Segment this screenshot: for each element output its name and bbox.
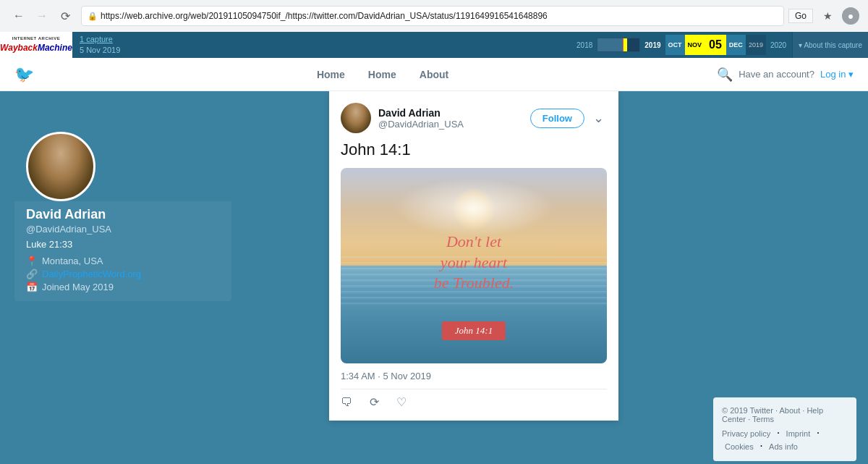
footer-links-row2: Privacy policy · Imprint · Cookies · Ads… bbox=[722, 426, 848, 452]
location-text: Montana, USA bbox=[42, 256, 103, 266]
log-in-link[interactable]: Log in ▾ bbox=[820, 69, 854, 80]
about-capture-btn[interactable]: ▾ About this capture bbox=[792, 32, 868, 58]
dec-label: DEC bbox=[726, 35, 746, 55]
search-icon-nav[interactable]: 🔍 bbox=[717, 67, 733, 83]
follow-button[interactable]: Follow bbox=[530, 109, 584, 128]
tweet-author-avatar bbox=[341, 103, 371, 133]
img-text: Don't let your heart be Troubled. bbox=[434, 232, 514, 294]
bar-fill bbox=[597, 38, 623, 51]
ads-info-link[interactable]: Ads info bbox=[769, 442, 798, 451]
forward-button[interactable]: → bbox=[32, 6, 52, 26]
footer-separator6: · bbox=[760, 439, 766, 452]
profile-bio: Luke 21:33 bbox=[26, 239, 220, 250]
tweet-timestamp: 1:34 AM · 5 Nov 2019 bbox=[341, 371, 607, 381]
copyright-text: © 2019 Twitter bbox=[722, 406, 773, 415]
back-button[interactable]: ← bbox=[9, 6, 29, 26]
wayback-timeline: 2018 2019 OCT NOV 05 DEC 2019 2020 bbox=[571, 35, 792, 55]
bar-highlight bbox=[624, 38, 627, 51]
img-clouds bbox=[394, 178, 554, 237]
capture-link[interactable]: 1 capture bbox=[80, 35, 113, 43]
year-2020: 2020 bbox=[770, 41, 786, 49]
website-link[interactable]: DailyPropheticWord.org bbox=[42, 269, 141, 279]
capture-date: 5 Nov 2019 bbox=[80, 46, 120, 54]
year-badge: 2019 bbox=[746, 35, 766, 55]
tweet-header-actions: Follow ⌄ bbox=[530, 109, 607, 128]
profile-section: David Adrian @DavidAdrian_USA Luke 21:33… bbox=[14, 201, 231, 301]
twitter-bird-logo: 🐦 bbox=[14, 65, 34, 84]
browser-toolbar: ← → ⟳ 🔒 https://web.archive.org/web/2019… bbox=[0, 0, 868, 32]
footer-copyright: © 2019 Twitter · About · Help Center · T… bbox=[722, 406, 848, 423]
about-link[interactable]: About bbox=[420, 69, 448, 80]
profile-name: David Adrian bbox=[26, 207, 220, 222]
more-options-button[interactable]: ⌄ bbox=[590, 110, 607, 126]
tweet-header: David Adrian @DavidAdrian_USA Follow ⌄ bbox=[341, 103, 607, 133]
year-2019: 2019 bbox=[644, 41, 660, 49]
verse-badge: John 14:1 bbox=[442, 321, 506, 340]
about-footer-link[interactable]: About bbox=[779, 406, 800, 415]
tweet-actions-bar: 🗨 ⟳ ♡ bbox=[341, 389, 607, 409]
link-icon: 🔗 bbox=[26, 269, 38, 279]
privacy-policy-link[interactable]: Privacy policy bbox=[722, 429, 770, 438]
profile-icon[interactable]: ● bbox=[842, 7, 859, 25]
imprint-link[interactable]: Imprint bbox=[786, 429, 811, 438]
verse-line1: Don't let bbox=[434, 232, 514, 253]
url-text[interactable]: https://web.archive.org/web/201911050947… bbox=[101, 11, 778, 21]
twitter-footer: © 2019 Twitter · About · Help Center · T… bbox=[713, 397, 856, 461]
day-badge: 05 bbox=[705, 35, 726, 55]
lock-icon: 🔒 bbox=[88, 12, 98, 21]
bookmark-icon[interactable]: ★ bbox=[819, 7, 836, 25]
verse-line2: your heart bbox=[434, 252, 514, 273]
wayback-capture-info: 1 capture 5 Nov 2019 bbox=[72, 34, 127, 56]
joined-text: Joined May 2019 bbox=[42, 282, 114, 292]
left-sidebar: David Adrian @DavidAdrian_USA Luke 21:33… bbox=[0, 91, 246, 464]
right-area: © 2019 Twitter · About · Help Center · T… bbox=[702, 91, 868, 464]
tweet-card-area: David Adrian @DavidAdrian_USA Follow ⌄ J… bbox=[246, 91, 702, 464]
tweet-text: John 14:1 bbox=[341, 140, 607, 159]
nav-links: Home Home About bbox=[48, 69, 717, 80]
address-bar: 🔒 https://web.archive.org/web/2019110509… bbox=[81, 6, 784, 26]
machine-text: Machine bbox=[38, 43, 72, 53]
tweet-author-handle: @DavidAdrian_USA bbox=[378, 119, 530, 130]
tweet-author-name: David Adrian bbox=[378, 107, 530, 119]
wayback-text: Wayback bbox=[0, 43, 38, 53]
home-link[interactable]: Home bbox=[368, 69, 396, 80]
address-bar-wrapper: 🔒 https://web.archive.org/web/2019110509… bbox=[81, 6, 813, 26]
tweet-user-info: David Adrian @DavidAdrian_USA bbox=[378, 107, 530, 130]
like-button[interactable]: ♡ bbox=[396, 395, 407, 409]
reload-button[interactable]: ⟳ bbox=[55, 6, 75, 26]
retweet-button[interactable]: ⟳ bbox=[370, 395, 379, 409]
location-item: 📍 Montana, USA bbox=[26, 256, 220, 266]
verse-line3: be Troubled. bbox=[434, 273, 514, 294]
website-item: 🔗 DailyPropheticWord.org bbox=[26, 269, 220, 279]
main-content: David Adrian @DavidAdrian_USA Luke 21:33… bbox=[0, 91, 868, 464]
reply-button[interactable]: 🗨 bbox=[341, 395, 352, 409]
tweet-image: Don't let your heart be Troubled. John 1… bbox=[341, 168, 607, 363]
wayback-bar: INTERNET ARCHIVE WaybackMachine 1 captur… bbox=[0, 32, 868, 58]
twitter-nav: 🐦 Home Home About 🔍 Have an account? Log… bbox=[0, 58, 868, 91]
location-icon: 📍 bbox=[26, 256, 38, 266]
footer-separator4: · bbox=[777, 426, 783, 439]
nov-label: NOV bbox=[685, 35, 705, 55]
footer-separator5: · bbox=[817, 426, 820, 439]
nav-right: 🔍 Have an account? Log in ▾ bbox=[717, 67, 854, 83]
home-nav-link[interactable]: Home bbox=[317, 69, 345, 80]
joined-item: 📅 Joined May 2019 bbox=[26, 282, 220, 292]
year-2018: 2018 bbox=[576, 41, 592, 49]
profile-meta: 📍 Montana, USA 🔗 DailyPropheticWord.org … bbox=[26, 256, 220, 292]
browser-nav-buttons: ← → ⟳ bbox=[9, 6, 75, 26]
wayback-logo: INTERNET ARCHIVE WaybackMachine bbox=[0, 32, 72, 58]
go-button[interactable]: Go bbox=[788, 9, 813, 23]
calendar-badge: OCT NOV 05 DEC 2019 bbox=[665, 35, 766, 55]
profile-handle: @DavidAdrian_USA bbox=[26, 224, 220, 235]
calendar-icon: 📅 bbox=[26, 282, 38, 292]
cookies-link[interactable]: Cookies bbox=[725, 442, 754, 451]
browser-icons: ★ ● bbox=[819, 7, 859, 25]
tweet-card: David Adrian @DavidAdrian_USA Follow ⌄ J… bbox=[329, 91, 618, 421]
terms-link[interactable]: Terms bbox=[752, 415, 774, 423]
oct-label: OCT bbox=[665, 35, 685, 55]
wayback-logo-wayback: WaybackMachine bbox=[0, 41, 72, 54]
have-account-text: Have an account? bbox=[739, 69, 814, 80]
avatar bbox=[26, 132, 95, 201]
timeline-bar bbox=[597, 38, 640, 52]
